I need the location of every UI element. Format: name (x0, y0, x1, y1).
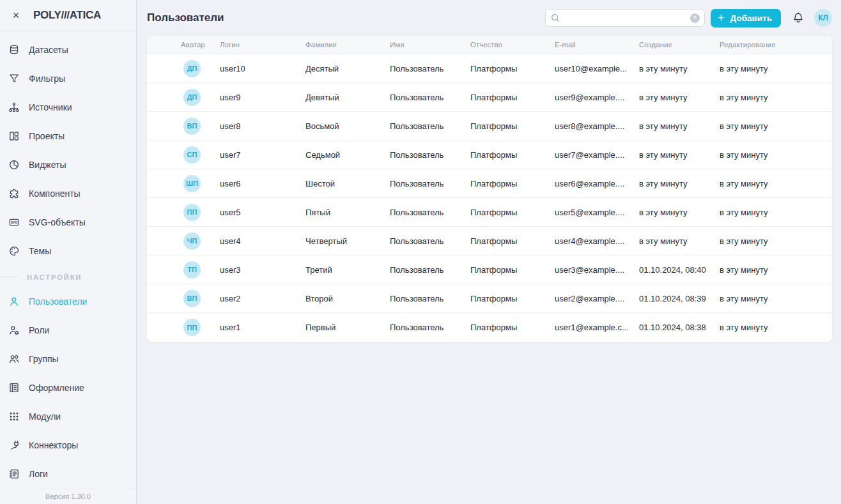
main-content: Пользователи × + Добавить КЛ Аватар Логи… (137, 0, 841, 504)
sidebar-item-connectors[interactable]: Коннекторы (0, 431, 136, 460)
row-avatar: ШП (183, 175, 201, 192)
users-table: Аватар Логин Фамилия Имя Отчество E-mail… (147, 36, 832, 342)
table-header-row: Аватар Логин Фамилия Имя Отчество E-mail… (147, 36, 832, 54)
sidebar-item-label: Компоненты (29, 188, 81, 199)
login-cell: user1 (220, 323, 305, 332)
row-avatar: ЧП (183, 233, 201, 250)
sidebar-item-label: Источники (29, 102, 72, 112)
last-name-cell: Седьмой (305, 150, 390, 160)
row-avatar: ПП (183, 319, 201, 336)
sidebar-item-groups[interactable]: Группы (0, 345, 136, 374)
created-cell: 01.10.2024, 08:38 (639, 323, 720, 332)
col-header-edited: Редактирование (720, 41, 826, 49)
filter-icon (8, 72, 20, 85)
table-row[interactable]: ДП user9 Девятый Пользователь Платформы … (147, 83, 832, 112)
middle-name-cell: Платформы (470, 323, 555, 332)
clear-search-icon[interactable]: × (690, 13, 700, 23)
sidebar-item-datasets[interactable]: Датасеты (0, 36, 136, 65)
sidebar-header: × POLY///ATICA (0, 0, 136, 31)
sidebar-item-label: Пользователи (29, 296, 87, 307)
add-user-button[interactable]: + Добавить (711, 9, 781, 27)
table-row[interactable]: ТП user3 Третий Пользователь Платформы u… (147, 256, 832, 284)
sidebar-item-widgets[interactable]: Виджеты (0, 151, 136, 179)
database-icon (8, 43, 20, 56)
last-name-cell: Восьмой (305, 121, 390, 131)
avatar-cell: ШП (181, 175, 220, 192)
col-header-middle-name: Отчество (470, 41, 555, 49)
notifications-bell-icon[interactable] (792, 11, 805, 24)
first-name-cell: Пользователь (390, 179, 470, 188)
edited-cell: в эту минуту (720, 93, 826, 102)
sidebar-item-filters[interactable]: Фильтры (0, 65, 136, 93)
sidebar-item-modules[interactable]: Модули (0, 402, 136, 431)
edited-cell: в эту минуту (720, 64, 826, 73)
sidebar-item-sources[interactable]: Источники (0, 93, 136, 122)
row-avatar: ВП (183, 118, 201, 135)
layout-icon (8, 130, 20, 142)
sidebar-item-label: Фильтры (29, 73, 65, 84)
email-cell: user4@example.... (555, 236, 639, 246)
page-header: Пользователи × + Добавить КЛ (147, 0, 832, 36)
table-body: ДП user10 Десятый Пользователь Платформы… (147, 54, 832, 342)
created-cell: в эту минуту (639, 64, 720, 73)
row-avatar: ТП (183, 261, 201, 279)
row-avatar: ДП (183, 60, 201, 77)
sidebar-item-logs[interactable]: Логи (0, 460, 136, 489)
sidebar-item-appearance[interactable]: Оформление (0, 374, 136, 402)
last-name-cell: Третий (305, 265, 390, 275)
sidebar-item-roles[interactable]: Роли (0, 316, 136, 345)
col-header-created: Создание (639, 41, 720, 49)
sidebar-item-projects[interactable]: Проекты (0, 122, 136, 151)
avatar-cell: ВП (181, 118, 220, 135)
brand-logo: POLY///ATICA (33, 9, 101, 22)
sidebar-item-label: Датасеты (29, 45, 68, 55)
login-cell: user8 (220, 121, 305, 131)
login-cell: user2 (220, 294, 305, 303)
header-controls: × + Добавить КЛ (545, 9, 832, 27)
table-row[interactable]: ДП user10 Десятый Пользователь Платформы… (147, 54, 832, 83)
table-row[interactable]: ВП user2 Второй Пользователь Платформы u… (147, 284, 832, 313)
first-name-cell: Пользователь (390, 323, 470, 332)
sidebar-item-users[interactable]: Пользователи (0, 287, 136, 316)
avatar-cell: ДП (181, 89, 220, 106)
version-label: Версия 1.30.0 (45, 493, 91, 500)
table-row[interactable]: ЧП user4 Четвертый Пользователь Платформ… (147, 227, 832, 256)
table-row[interactable]: ВП user8 Восьмой Пользователь Платформы … (147, 112, 832, 141)
sidebar-item-components[interactable]: Компоненты (0, 179, 136, 208)
email-cell: user5@example.... (555, 208, 639, 217)
edited-cell: в эту минуту (720, 236, 826, 246)
email-cell: user1@example.c... (555, 323, 639, 332)
avatar-cell: ДП (181, 60, 220, 77)
sidebar-item-svg-objects[interactable]: SVG SVG-объекты (0, 208, 136, 237)
search-input[interactable] (560, 13, 690, 23)
last-name-cell: Пятый (305, 208, 390, 217)
table-row[interactable]: ПП user5 Пятый Пользователь Платформы us… (147, 198, 832, 227)
sidebar-item-label: Модули (29, 411, 61, 422)
created-cell: в эту минуту (639, 93, 720, 102)
table-row[interactable]: СП user7 Седьмой Пользователь Платформы … (147, 141, 832, 169)
grid-dots-icon (8, 410, 20, 423)
first-name-cell: Пользователь (390, 265, 470, 275)
sitemap-icon (8, 101, 20, 114)
email-cell: user8@example.... (555, 121, 639, 131)
login-cell: user6 (220, 179, 305, 188)
created-cell: 01.10.2024, 08:39 (639, 294, 720, 303)
sidebar-item-label: Виджеты (29, 160, 66, 170)
profile-avatar[interactable]: КЛ (814, 9, 832, 27)
sidebar-item-label: Оформление (29, 383, 84, 393)
col-header-login: Логин (220, 41, 305, 49)
table-row[interactable]: ШП user6 Шестой Пользователь Платформы u… (147, 169, 832, 198)
sidebar-item-label: Темы (29, 246, 51, 256)
table-row[interactable]: ПП user1 Первый Пользователь Платформы u… (147, 313, 832, 342)
svg-badge-icon: SVG (8, 216, 20, 229)
edited-cell: в эту минуту (720, 265, 826, 275)
edited-cell: в эту минуту (720, 323, 826, 332)
settings-section-label: НАСТРОЙКИ (0, 267, 136, 287)
last-name-cell: Шестой (305, 179, 390, 188)
page-text-icon (8, 381, 20, 394)
close-icon[interactable]: × (8, 7, 24, 24)
plug-icon (8, 439, 20, 452)
last-name-cell: Четвертый (305, 236, 390, 246)
login-cell: user10 (220, 64, 305, 73)
sidebar-item-themes[interactable]: Темы (0, 237, 136, 266)
